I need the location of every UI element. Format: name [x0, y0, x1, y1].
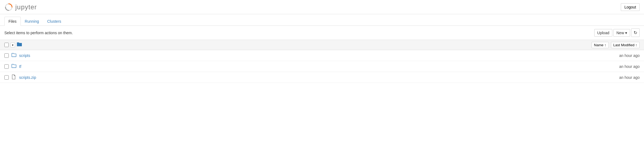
file-checkbox[interactable] [4, 64, 9, 69]
file-link[interactable]: scripts [19, 53, 30, 58]
table-row: tf an hour ago [0, 61, 644, 72]
select-dropdown-button[interactable]: ▾ [10, 43, 15, 47]
toolbar-actions: Upload New ▾ ↻ [594, 28, 640, 37]
file-modified-time: an hour ago [619, 75, 640, 80]
file-icon [11, 74, 16, 80]
file-modified-time: an hour ago [619, 64, 640, 69]
file-checkbox[interactable] [4, 53, 9, 58]
logo-area: jupyter [4, 3, 37, 11]
tab-clusters[interactable]: Clusters [43, 17, 65, 26]
sort-modified-button[interactable]: Last Modified ↑ [611, 42, 640, 48]
select-all-checkbox[interactable] [4, 43, 9, 47]
file-row-left: tf [4, 64, 21, 69]
toolbar: Select items to perform actions on them.… [0, 26, 644, 40]
table-row: scripts an hour ago [0, 50, 644, 61]
app-header: jupyter Logout [0, 0, 644, 14]
chevron-down-icon: ▾ [625, 31, 627, 35]
table-row: scripts.zip an hour ago [0, 72, 644, 83]
folder-icon [11, 64, 16, 69]
file-list: scripts an hour ago tf an hour ago scrip… [0, 50, 644, 83]
file-link[interactable]: scripts.zip [19, 75, 36, 80]
header-left: ▾ [4, 42, 22, 48]
tab-running[interactable]: Running [21, 17, 43, 26]
file-row-left: scripts.zip [4, 74, 36, 80]
file-link[interactable]: tf [19, 64, 21, 69]
file-modified-time: an hour ago [619, 53, 640, 58]
tab-files[interactable]: Files [4, 17, 21, 26]
logout-button[interactable]: Logout [621, 3, 640, 11]
app-title: jupyter [15, 3, 37, 11]
folder-icon [11, 53, 16, 58]
new-button[interactable]: New ▾ [613, 29, 630, 37]
upload-button[interactable]: Upload [594, 29, 612, 37]
sort-name-button[interactable]: Name ↑ [592, 42, 609, 48]
file-row-left: scripts [4, 53, 30, 58]
header-right: Name ↑ Last Modified ↑ [592, 42, 640, 48]
jupyter-logo-icon [4, 3, 13, 11]
file-checkbox[interactable] [4, 75, 9, 80]
file-list-header: ▾ Name ↑ Last Modified ↑ [0, 40, 644, 50]
tabs-bar: Files Running Clusters [0, 14, 644, 26]
select-message: Select items to perform actions on them. [4, 31, 73, 35]
refresh-button[interactable]: ↻ [631, 28, 640, 37]
folder-icon [17, 42, 22, 48]
